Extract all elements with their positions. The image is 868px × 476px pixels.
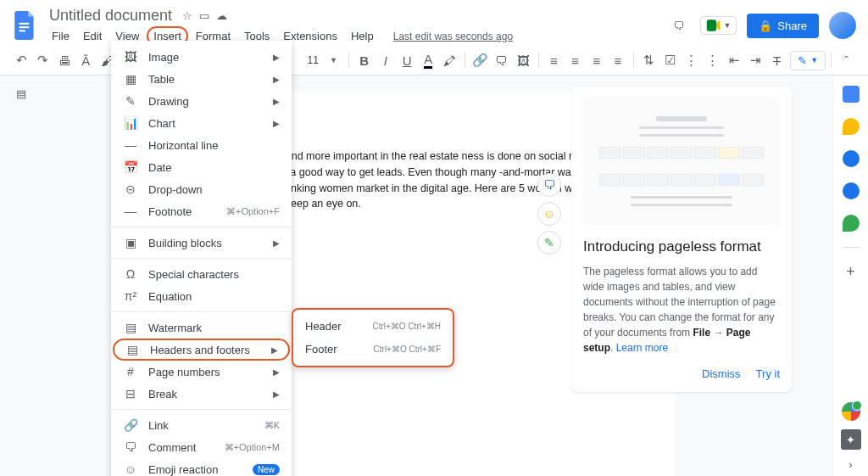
learn-more-link[interactable]: Learn more [616, 342, 668, 354]
docs-logo[interactable] [12, 8, 39, 42]
insert-menu-image[interactable]: 🖼Image▶ [111, 46, 292, 68]
editing-mode-button[interactable]: ✎ ▼ [790, 51, 826, 70]
blocks-icon: ▣ [123, 236, 138, 249]
maps-app-icon[interactable] [843, 215, 860, 232]
hide-side-panel-button[interactable]: › [849, 458, 852, 471]
meet-button[interactable]: ▼ [700, 16, 737, 35]
insert-menu-watermark[interactable]: ▤Watermark [111, 316, 292, 339]
menu-help[interactable]: Help [345, 26, 380, 46]
document-outline-button[interactable]: ▤ [16, 87, 26, 476]
align-right-button[interactable]: ≡ [587, 49, 606, 71]
star-icon[interactable]: ☆ [182, 9, 192, 22]
drawing-icon: ✎ [123, 94, 138, 108]
move-icon[interactable]: ▭ [199, 9, 209, 22]
align-center-button[interactable]: ≡ [565, 49, 585, 71]
print-button[interactable]: 🖶 [54, 49, 74, 71]
decrease-indent-button[interactable]: ⇤ [724, 49, 743, 71]
insert-link-button[interactable]: 🔗 [470, 49, 490, 71]
submenu-footer[interactable]: FooterCtrl+⌘O Ctrl+⌘F [293, 338, 453, 361]
info-card-title: Introducing pageless format [583, 238, 780, 255]
explore-button[interactable]: ✦ [841, 429, 861, 450]
hide-menus-button[interactable]: ˆ [837, 49, 856, 71]
line-spacing-button[interactable]: ⇅ [639, 49, 659, 71]
menu-item-label: Chart [148, 117, 263, 130]
bulleted-list-button[interactable]: ⋮ [682, 49, 701, 71]
contacts-app-icon[interactable] [843, 182, 860, 199]
spellcheck-button[interactable]: Ă [76, 49, 96, 71]
insert-menu-equation[interactable]: π²Equation [111, 285, 292, 307]
keep-app-icon[interactable] [843, 118, 860, 135]
add-comment-side-button[interactable]: 🗨 [537, 173, 561, 197]
tasks-app-icon[interactable] [843, 150, 860, 167]
align-justify-button[interactable]: ≡ [608, 49, 627, 71]
bold-button[interactable]: B [354, 49, 374, 71]
menu-item-label: Watermark [148, 322, 280, 334]
redo-button[interactable]: ↷ [33, 49, 53, 71]
insert-menu-horizontal-line[interactable]: —Horizontal line [111, 134, 292, 156]
insert-menu-page-numbers[interactable]: #Page numbers▶ [111, 361, 292, 383]
highlight-button[interactable]: 🖍 [440, 49, 459, 71]
dismiss-button[interactable]: Dismiss [702, 367, 741, 380]
comment-history-icon[interactable]: 🗨 [666, 14, 690, 37]
insert-image-button[interactable]: 🖼 [514, 49, 533, 71]
insert-menu-emoji-reaction[interactable]: ☺Emoji reactionNew [111, 458, 292, 476]
chevron-down-icon: ▼ [723, 21, 731, 30]
get-addons-button[interactable]: + [846, 263, 855, 281]
clear-formatting-button[interactable]: T [767, 49, 787, 71]
align-left-button[interactable]: ≡ [544, 49, 564, 71]
submenu-arrow-icon: ▶ [273, 389, 280, 399]
insert-menu-drawing[interactable]: ✎Drawing▶ [111, 90, 292, 112]
menu-edit[interactable]: Edit [77, 26, 108, 46]
submenu-arrow-icon: ▶ [273, 367, 280, 377]
increase-indent-button[interactable]: ⇥ [746, 49, 765, 71]
add-emoji-side-button[interactable]: ☺ [537, 202, 561, 226]
chart-icon: 📊 [123, 116, 138, 130]
grammarly-badge[interactable] [842, 402, 860, 421]
insert-menu-footnote[interactable]: —Footnote⌘+Option+F [111, 200, 292, 222]
menu-item-label: Headers and footers [150, 344, 261, 356]
document-title[interactable]: Untitled document [46, 5, 175, 26]
undo-button[interactable]: ↶ [12, 49, 31, 71]
header-bar: Untitled document ☆ ▭ ☁ FileEditViewInse… [0, 0, 868, 46]
headers-footers-icon: ▤ [125, 343, 140, 356]
special-chars-icon: Ω [123, 267, 138, 281]
insert-menu-drop-down[interactable]: ⊝Drop-down [111, 178, 292, 200]
insert-menu-link[interactable]: 🔗Link⌘K [111, 414, 292, 436]
insert-menu-special-characters[interactable]: ΩSpecial characters [111, 263, 292, 285]
suggest-edits-side-button[interactable]: ✎ [537, 231, 561, 255]
pencil-icon: ✎ [798, 54, 807, 67]
insert-menu-building-blocks[interactable]: ▣Building blocks▶ [111, 232, 292, 254]
shortcut-label: Ctrl+⌘O Ctrl+⌘H [372, 322, 441, 331]
shortcut-label: Ctrl+⌘O Ctrl+⌘F [374, 344, 441, 354]
try-it-button[interactable]: Try it [756, 367, 780, 380]
text-color-button[interactable]: A [419, 49, 438, 71]
break-icon: ⊟ [123, 387, 138, 400]
submenu-arrow-icon: ▶ [273, 97, 280, 106]
numbered-list-button[interactable]: ⋮ [703, 49, 722, 71]
font-size-increase[interactable]: ▼ [324, 49, 343, 71]
pageless-info-card: Introducing pageless format The pageless… [571, 86, 792, 392]
italic-button[interactable]: I [376, 49, 395, 71]
add-comment-button[interactable]: 🗨 [492, 49, 511, 71]
menu-file[interactable]: File [46, 26, 75, 46]
last-edit-link[interactable]: Last edit was seconds ago [393, 31, 513, 42]
menu-item-label: Table [148, 73, 263, 86]
checklist-button[interactable]: ☑ [660, 49, 680, 71]
submenu-header[interactable]: HeaderCtrl+⌘O Ctrl+⌘H [293, 315, 453, 338]
dropdown-icon: ⊝ [123, 182, 138, 196]
insert-menu-table[interactable]: ▦Table▶ [111, 68, 292, 90]
date-icon: 📅 [123, 160, 138, 174]
insert-menu-break[interactable]: ⊟Break▶ [111, 383, 292, 405]
underline-button[interactable]: U [397, 49, 416, 71]
insert-menu-date[interactable]: 📅Date [111, 156, 292, 178]
insert-menu-comment[interactable]: 🗨Comment⌘+Option+M [111, 436, 292, 458]
account-avatar[interactable] [829, 12, 856, 39]
insert-menu-chart[interactable]: 📊Chart▶ [111, 112, 292, 134]
insert-menu-headers-and-footers[interactable]: ▤Headers and footers▶ [113, 339, 290, 361]
share-button[interactable]: 🔒 Share [747, 14, 819, 38]
font-size-value[interactable]: 11 [304, 54, 322, 66]
menu-separator [111, 258, 292, 259]
shortcut-label: ⌘+Option+M [225, 442, 280, 453]
calendar-app-icon[interactable] [843, 86, 860, 103]
cloud-status-icon[interactable]: ☁ [216, 9, 227, 22]
